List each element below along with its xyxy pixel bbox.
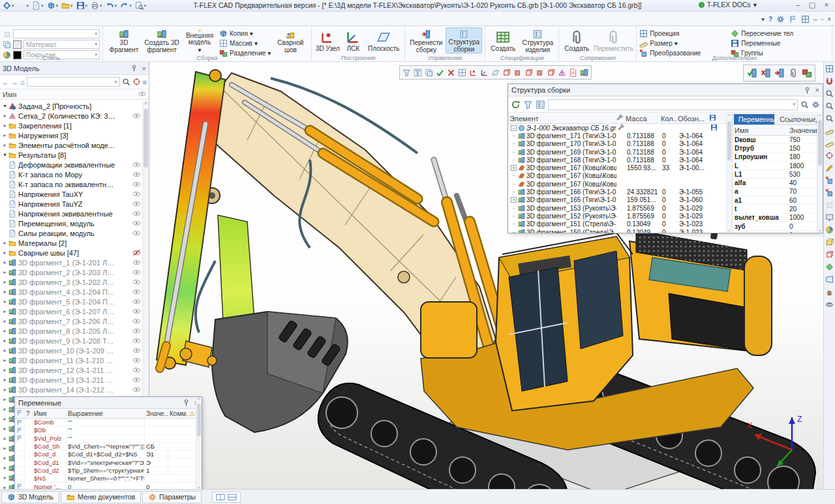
expand-arrow[interactable] xyxy=(1,240,8,246)
visibility-eye-icon[interactable] xyxy=(132,181,141,188)
material-combo[interactable]: Материал▾ xyxy=(23,40,100,49)
variable-editor-row[interactable]: $Cod_Sh $Vid_Chert=="Чертеж"?"":($Vid_Ch… xyxy=(15,443,202,451)
expand-arrow[interactable] xyxy=(1,396,8,402)
ribbon-tab[interactable] xyxy=(47,21,63,25)
ribbon-tab[interactable] xyxy=(31,21,47,25)
pin-icon[interactable] xyxy=(182,398,190,407)
visibility-eye-icon[interactable] xyxy=(132,249,141,256)
quick-access-button[interactable]: ▾ xyxy=(76,1,88,10)
expand-arrow[interactable] xyxy=(1,269,8,275)
help-icon[interactable]: ? xyxy=(768,16,772,23)
visibility-eye-icon[interactable] xyxy=(132,337,141,344)
expand-arrow[interactable] xyxy=(1,475,8,481)
3d-fragment-button[interactable]: 3D Фрагмент xyxy=(106,27,142,53)
pin-icon[interactable] xyxy=(803,86,812,95)
variables-button[interactable]: Переменные xyxy=(731,39,793,48)
front-housing[interactable] xyxy=(421,302,477,358)
tree-item[interactable]: 3D фрагмент_5 (Э-1-204 Проушина.grb) xyxy=(0,297,142,306)
expand-arrow[interactable] xyxy=(1,132,8,138)
tflex-docs-widget[interactable]: T-FLEX DOCs▾ xyxy=(699,1,757,8)
document-tab[interactable]: Параметры xyxy=(142,491,202,503)
variable-row[interactable]: L 1800 xyxy=(733,162,823,170)
filter-icon[interactable] xyxy=(523,100,533,110)
ribbon-tab[interactable] xyxy=(16,21,31,25)
variable-row[interactable]: alfa 40 xyxy=(733,179,823,187)
visibility-eye-icon[interactable] xyxy=(132,171,141,178)
quick-access-button[interactable]: ▾ xyxy=(18,1,29,10)
variables-editor-header[interactable]: ? Имя Выражение Значе... Комм... ⚠ xyxy=(15,409,202,419)
variables-scrollbar[interactable]: ˄˅ xyxy=(817,113,823,233)
visibility-eye-icon[interactable] xyxy=(132,376,141,383)
visibility-eye-icon[interactable] xyxy=(132,357,141,364)
expand-arrow[interactable] xyxy=(1,436,8,441)
move-assembly-button[interactable]: Перенести сборку xyxy=(408,27,444,53)
assembly-row[interactable]: 3D фрагмент_168 (Тяги\Э-1-064 Шайба.grb)… xyxy=(508,156,732,164)
close-icon[interactable]: × xyxy=(815,86,819,94)
expand-toggle[interactable] xyxy=(511,181,517,187)
visibility-eye-icon[interactable] xyxy=(132,366,141,374)
tree-item[interactable]: 3D фрагмент_12 (Э-1-211 Проушина.grb) xyxy=(0,365,142,375)
search-icon[interactable] xyxy=(122,78,130,86)
tree-item[interactable]: Напряжения TauXY xyxy=(0,189,142,199)
expand-toggle[interactable] xyxy=(511,157,517,163)
create-mate-button[interactable]: Создать xyxy=(562,27,592,53)
tree-item[interactable]: 3D фрагмент_8 (Э-1-205 Лист.grb) xyxy=(0,326,142,336)
tree-item[interactable]: 3D фрагмент_11 (Э-1-210 Труба.grb) xyxy=(0,355,142,365)
expand-arrow[interactable] xyxy=(1,348,8,353)
expand-toggle[interactable] xyxy=(511,213,517,219)
ribbon-tab[interactable] xyxy=(141,21,157,25)
assembly-row[interactable]: 3D фрагмент_151 (Стрела\Э-1-023 Кольцо.g… xyxy=(508,220,732,228)
variable-row[interactable]: a1 60 xyxy=(733,196,823,205)
assembly-structure-button[interactable]: Структура сборки xyxy=(446,27,482,53)
visibility-eye-icon[interactable] xyxy=(132,308,141,315)
expand-arrow[interactable] xyxy=(1,406,8,412)
visibility-eye-icon[interactable] xyxy=(132,102,141,110)
visibility-eye-icon[interactable] xyxy=(132,151,141,158)
expand-toggle[interactable] xyxy=(511,230,517,233)
expand-arrow[interactable] xyxy=(1,377,8,383)
expand-arrow[interactable] xyxy=(1,484,8,489)
ribbon-tab[interactable] xyxy=(78,21,94,25)
assembly-row[interactable]: 3D фрагмент_167 (Ковш\Ковш СБ.grb) xyxy=(508,172,732,180)
expand-toggle[interactable] xyxy=(511,205,517,211)
visibility-eye-icon[interactable] xyxy=(132,210,141,217)
variable-row[interactable]: Dтруб 150 xyxy=(733,144,823,153)
projection-button[interactable]: Проекция xyxy=(639,29,729,38)
assembly-row[interactable]: 3D фрагмент_167 (Ковш\Ковш СБ.grb) 1550.… xyxy=(508,164,732,171)
refresh-icon[interactable] xyxy=(511,100,521,110)
quick-access-button[interactable]: ▾ xyxy=(135,1,147,10)
tab-referenced[interactable]: Ссылочные : xyxy=(775,114,815,125)
quick-access-button[interactable]: ▾ xyxy=(47,1,59,10)
assembly-row[interactable]: 3D фрагмент_171 (Тяги\Э-1-064 Шайба.grb)… xyxy=(508,132,732,140)
lcs-button[interactable]: ЛСК xyxy=(342,27,364,53)
expand-arrow[interactable] xyxy=(1,259,8,265)
copy-button[interactable]: Копия ▾ xyxy=(219,29,271,38)
visibility-eye-icon[interactable] xyxy=(132,239,141,246)
pin-icon[interactable] xyxy=(130,64,138,72)
assembly-table-header[interactable]: Элемент Масса Кол... Обозн... xyxy=(508,113,732,124)
tree-item[interactable]: 3D фрагмент_9 (Э-1-208 Труба.grb) xyxy=(0,336,142,346)
weld-seam-button[interactable]: Сварной шов xyxy=(272,27,309,53)
expand-arrow[interactable] xyxy=(1,289,8,295)
variable-editor-row[interactable]: $Cod_d1 $Vid=="электрическая"?"Э":($Vid=… xyxy=(15,458,202,466)
home-icon[interactable]: ⌂ xyxy=(20,78,25,86)
assembly-scrollbar[interactable]: ˄˅ xyxy=(726,113,732,233)
assembly-row[interactable]: 3D фрагмент_165 (Тяги\Э-1-060 Тяга СБ.gr… xyxy=(508,196,732,204)
visibility-eye-icon[interactable] xyxy=(132,220,141,227)
quick-access-button[interactable]: ▾ xyxy=(3,1,14,10)
tree-item[interactable]: 3D фрагмент_4 (Э-1-204 Проушина.grb) xyxy=(0,287,142,297)
ribbon-tab[interactable] xyxy=(172,21,188,25)
variable-row[interactable]: вылет_ковша 1000 xyxy=(733,214,823,222)
visibility-eye-icon[interactable] xyxy=(132,190,141,198)
visibility-eye-icon[interactable] xyxy=(132,132,141,139)
tree-item[interactable]: Нагружения [3] xyxy=(0,130,142,140)
ribbon-tab[interactable] xyxy=(157,21,172,25)
external-model-button[interactable]: Внешняя модель ▾ xyxy=(181,27,218,53)
variable-editor-row[interactable]: $Cod_d2 $Tip_Shem=="структурная"?"1":($T… xyxy=(15,467,202,475)
variable-row[interactable]: Dковш 750 xyxy=(733,136,823,144)
window-icon[interactable] xyxy=(801,15,810,23)
expand-arrow[interactable] xyxy=(1,113,8,119)
visibility-eye-icon[interactable] xyxy=(132,259,141,266)
tree-item[interactable]: Деформации эквивалентные xyxy=(0,160,142,170)
ribbon-tab[interactable] xyxy=(204,21,219,25)
